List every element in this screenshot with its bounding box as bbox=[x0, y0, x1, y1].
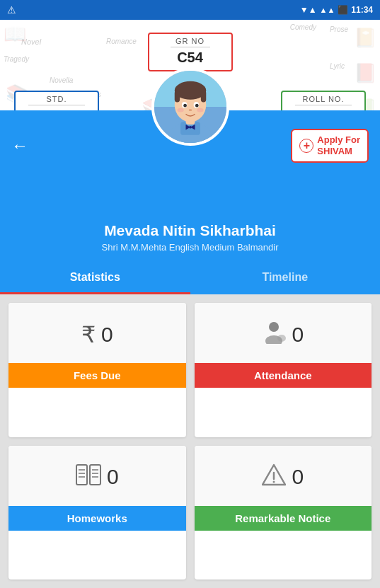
student-name: Mevada Nitin Sikharbhai bbox=[11, 222, 369, 239]
svg-point-21 bbox=[277, 335, 286, 342]
remarkable-top: 0 bbox=[195, 446, 372, 506]
attendance-label: Attendance bbox=[195, 363, 372, 388]
gr-no-value: C54 bbox=[171, 50, 210, 66]
svg-rect-22 bbox=[76, 465, 87, 485]
svg-point-6 bbox=[189, 126, 192, 129]
remarkable-notice-card[interactable]: 0 Remarkable Notice bbox=[195, 446, 372, 580]
tragedy-text: Tragedy bbox=[4, 55, 29, 63]
fees-due-count: 0 bbox=[101, 323, 113, 347]
header-section: 📖 Novel Tragedy 📚 📓 📔 Prose Comedy 📕 Lyr… bbox=[0, 20, 380, 181]
wifi-icon: ▼▲ bbox=[300, 5, 317, 15]
back-button[interactable]: ← bbox=[11, 136, 28, 156]
attendance-card[interactable]: 0 Attendance bbox=[195, 303, 372, 437]
homeworks-count: 0 bbox=[107, 465, 119, 489]
time-display: 11:34 bbox=[351, 5, 373, 15]
lyric-text: Lyric bbox=[330, 62, 345, 70]
status-bar-right: ▼▲ ▲▲ ⬛ 11:34 bbox=[300, 5, 373, 15]
svg-point-14 bbox=[183, 104, 187, 108]
book-sketch-5: 📕 bbox=[354, 62, 376, 84]
status-bar-left: ⚠ bbox=[7, 4, 16, 16]
school-name: Shri M.M.Mehta English Medium Balmandir bbox=[11, 242, 369, 253]
homework-icon bbox=[76, 464, 101, 490]
remarkable-count: 0 bbox=[292, 465, 304, 489]
gr-no-label: GR NO bbox=[171, 37, 210, 47]
novella-text: Novella bbox=[50, 76, 73, 84]
apply-button[interactable]: + Apply For SHIVAM bbox=[291, 129, 369, 162]
name-section: Mevada Nitin Sikharbhai Shri M.M.Mehta E… bbox=[0, 181, 380, 263]
fees-due-label: Fees Due bbox=[8, 363, 186, 388]
profile-image bbox=[154, 71, 226, 143]
homeworks-card[interactable]: 0 Homeworks bbox=[8, 446, 186, 580]
svg-rect-11 bbox=[200, 91, 205, 103]
homeworks-label: Homeworks bbox=[8, 506, 186, 531]
attendance-count: 0 bbox=[292, 323, 304, 347]
app-container: ⚠ ▼▲ ▲▲ ⬛ 11:34 📖 Novel Tragedy 📚 📓 📔 Pr… bbox=[0, 0, 380, 588]
svg-rect-23 bbox=[90, 465, 100, 485]
status-bar: ⚠ ▼▲ ▲▲ ⬛ 11:34 bbox=[0, 0, 380, 20]
svg-point-17 bbox=[177, 108, 183, 113]
signal-bars: ▲▲ bbox=[320, 6, 335, 14]
svg-point-16 bbox=[188, 109, 192, 111]
apply-name: SHIVAM bbox=[317, 146, 352, 157]
stats-grid: ₹ 0 Fees Due 0 Attendance bbox=[0, 294, 380, 588]
svg-point-15 bbox=[195, 104, 198, 108]
gr-no-box: GR NO C54 bbox=[148, 33, 233, 71]
tab-statistics[interactable]: Statistics bbox=[0, 263, 190, 294]
tabs-container: Statistics Timeline bbox=[0, 263, 380, 294]
romance-text: Romance bbox=[106, 38, 137, 45]
roll-no-label: ROLL NO. bbox=[295, 95, 352, 105]
fees-due-card[interactable]: ₹ 0 Fees Due bbox=[8, 303, 186, 437]
svg-rect-10 bbox=[174, 91, 179, 103]
homeworks-top: 0 bbox=[8, 446, 186, 506]
profile-avatar bbox=[151, 68, 229, 146]
attendance-icon bbox=[262, 320, 286, 349]
novel-text: Novel bbox=[21, 38, 41, 46]
std-label: STD. bbox=[28, 95, 85, 105]
prose-text: Prose bbox=[330, 25, 348, 33]
rupee-icon: ₹ bbox=[81, 321, 96, 348]
plus-icon: + bbox=[299, 139, 313, 153]
comedy-text: Comedy bbox=[290, 23, 316, 31]
svg-point-31 bbox=[273, 480, 275, 483]
attendance-top: 0 bbox=[195, 303, 372, 363]
fees-due-top: ₹ 0 bbox=[8, 303, 186, 363]
tab-timeline[interactable]: Timeline bbox=[190, 263, 381, 294]
apply-label: Apply For bbox=[317, 134, 360, 146]
battery-icon: ⬛ bbox=[338, 5, 348, 15]
book-sketch-4: 📔 bbox=[354, 27, 376, 49]
svg-point-18 bbox=[197, 108, 203, 113]
alert-icon: ⚠ bbox=[7, 4, 16, 16]
warning-icon bbox=[262, 463, 286, 491]
svg-point-19 bbox=[269, 322, 279, 332]
remarkable-label: Remarkable Notice bbox=[195, 506, 372, 531]
